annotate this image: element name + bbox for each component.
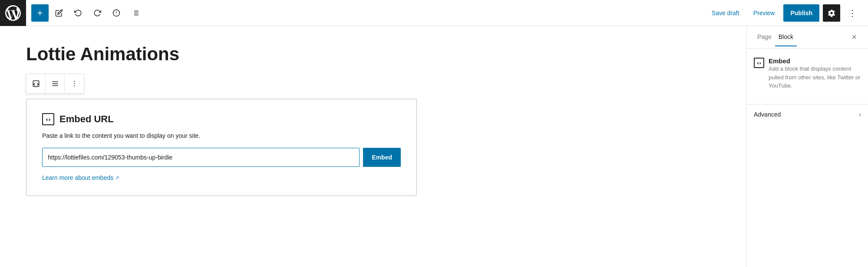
embed-url-input[interactable] [42, 148, 360, 167]
tab-block[interactable]: Block [775, 28, 797, 46]
main-toolbar: Save draft Preview Publish ⋮ [0, 0, 868, 26]
main-layout: Lottie Animations Embed URL Paste a link… [0, 26, 868, 267]
undo-button[interactable] [69, 4, 87, 22]
publish-button[interactable]: Publish [783, 4, 819, 22]
svg-point-15 [74, 86, 75, 87]
advanced-section[interactable]: Advanced › [747, 104, 868, 124]
block-toolbar [26, 74, 84, 94]
sidebar-block-info-section: Embed Add a block that displays content … [747, 49, 868, 104]
svg-point-13 [74, 81, 75, 82]
embed-block-title: Embed URL [59, 114, 114, 125]
embed-inner-icon [45, 116, 51, 122]
page-title: Lottie Animations [26, 43, 720, 65]
sidebar-close-button[interactable]: × [847, 30, 861, 44]
svg-point-14 [74, 83, 75, 84]
sidebar-block-description: Add a block that displays content pulled… [769, 65, 861, 90]
sidebar-block-text-info: Embed Add a block that displays content … [769, 57, 861, 90]
info-button[interactable] [108, 4, 125, 22]
more-options-button[interactable]: ⋮ [844, 4, 861, 22]
wordpress-logo [0, 0, 26, 26]
block-embed-button[interactable] [26, 74, 46, 93]
external-link-icon: ↗ [115, 175, 119, 181]
wp-logo-icon [5, 5, 21, 21]
learn-more-link[interactable]: Learn more about embeds ↗ [42, 174, 119, 181]
tab-page[interactable]: Page [754, 28, 775, 46]
info-icon [112, 9, 120, 17]
settings-button[interactable] [823, 4, 840, 22]
sidebar-header: Page Block × [747, 26, 868, 49]
gear-icon [828, 9, 835, 17]
embed-input-row: Embed [42, 148, 401, 167]
block-more-button[interactable] [65, 74, 84, 93]
preview-button[interactable]: Preview [748, 7, 780, 19]
pencil-icon [55, 9, 63, 17]
learn-more-text: Learn more about embeds [42, 174, 113, 181]
redo-icon [93, 9, 101, 17]
sidebar-block-title: Embed [769, 57, 861, 65]
embed-icon [32, 80, 40, 88]
more-dots-icon [70, 80, 78, 88]
sidebar-block-info-header: Embed Add a block that displays content … [754, 57, 861, 90]
advanced-label: Advanced [754, 111, 781, 118]
embed-block-icon [42, 113, 54, 125]
list-view-icon [132, 9, 139, 17]
embed-submit-button[interactable]: Embed [363, 148, 401, 167]
align-icon [51, 80, 59, 88]
embed-block-header: Embed URL [42, 113, 401, 125]
embed-block: Embed URL Paste a link to the content yo… [26, 99, 417, 196]
editor-area: Lottie Animations Embed URL Paste a link… [0, 26, 746, 267]
sidebar: Page Block × Embed Add a block that disp… [746, 26, 868, 267]
edit-button[interactable] [50, 4, 68, 22]
redo-button[interactable] [89, 4, 106, 22]
add-block-button[interactable] [31, 4, 49, 22]
save-draft-button[interactable]: Save draft [706, 7, 745, 19]
sidebar-embed-inner-icon [756, 60, 762, 65]
embed-block-description: Paste a link to the content you want to … [42, 132, 401, 139]
list-view-button[interactable] [127, 4, 144, 22]
chevron-down-icon: › [859, 111, 861, 118]
plus-icon [36, 9, 44, 17]
toolbar-right-actions: Save draft Preview Publish ⋮ [706, 4, 861, 22]
undo-icon [74, 9, 82, 17]
sidebar-embed-icon [754, 58, 764, 68]
toolbar-left-actions [31, 4, 144, 22]
block-align-button[interactable] [46, 74, 65, 93]
